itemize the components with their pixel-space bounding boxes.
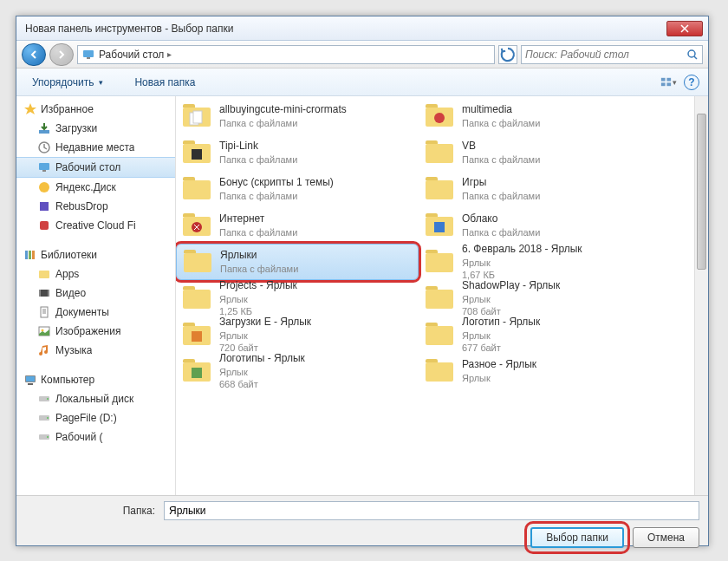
- svg-rect-15: [29, 251, 31, 259]
- svg-rect-3: [661, 78, 666, 82]
- view-options-button[interactable]: ▾: [660, 74, 677, 91]
- sidebar-item[interactable]: RebusDrop: [16, 197, 175, 216]
- sidebar-item[interactable]: Яндекс.Диск: [16, 178, 175, 197]
- file-type: Ярлык: [219, 293, 297, 305]
- file-name: Игры: [462, 176, 540, 190]
- folder-name-input[interactable]: [164, 501, 699, 520]
- sidebar-item-label: Документы: [55, 306, 109, 318]
- file-list: allbuyingcute-mini-crormatsПапка с файла…: [176, 96, 708, 495]
- svg-rect-20: [48, 290, 49, 297]
- organize-button[interactable]: Упорядочить: [25, 73, 110, 92]
- svg-rect-1: [87, 57, 90, 59]
- sidebar-item-icon: [37, 267, 51, 281]
- svg-point-2: [688, 50, 695, 57]
- scrollbar[interactable]: [694, 96, 708, 495]
- cancel-button[interactable]: Отмена: [633, 527, 699, 548]
- sidebar-item[interactable]: Creative Cloud Fi: [16, 216, 175, 235]
- file-item[interactable]: ЯрлыкиПапка с файлами: [176, 244, 419, 280]
- file-item[interactable]: 6. Февраль 2018 - ЯрлыкЯрлык1,67 КБ: [419, 244, 661, 280]
- refresh-button[interactable]: [498, 45, 517, 64]
- sidebar-item[interactable]: Загрузки: [16, 119, 175, 138]
- titlebar: Новая панель инструментов - Выбор папки: [16, 16, 708, 41]
- file-icon: [424, 321, 455, 349]
- file-item[interactable]: ИгрыПапка с файлами: [419, 171, 661, 207]
- file-size: 668 байт: [219, 378, 305, 390]
- svg-point-32: [47, 436, 49, 438]
- scroll-thumb[interactable]: [697, 114, 706, 270]
- close-button[interactable]: [666, 21, 703, 36]
- sidebar-item-label: Creative Cloud Fi: [55, 219, 136, 232]
- svg-rect-48: [426, 253, 453, 272]
- sidebar-item[interactable]: Локальный диск: [16, 389, 175, 408]
- file-type: Папка с файлами: [219, 153, 297, 166]
- sidebar-item-icon: [37, 392, 51, 406]
- svg-rect-50: [426, 290, 453, 309]
- file-item[interactable]: Бонус (скрипты 1 темы)Папка с файлами: [176, 171, 419, 207]
- svg-rect-55: [192, 368, 202, 378]
- sidebar-item[interactable]: Изображения: [16, 322, 175, 341]
- file-icon: [181, 284, 212, 312]
- file-icon: [181, 357, 212, 385]
- sidebar-favorites-group: Избранное ЗагрузкиНедавние местаРабочий …: [16, 100, 175, 235]
- star-icon: [23, 102, 37, 116]
- sidebar-libraries-header[interactable]: Библиотеки: [16, 245, 175, 264]
- sidebar-item-icon: [37, 411, 51, 425]
- sidebar-item-label: PageFile (D:): [55, 412, 117, 424]
- sidebar-item-label: Яндекс.Диск: [55, 181, 116, 193]
- nav-back-button[interactable]: [22, 43, 46, 66]
- file-item[interactable]: Логотип - ЯрлыкЯрлык677 байт: [419, 316, 661, 353]
- file-item[interactable]: Логотипы - ЯрлыкЯрлык668 байт: [176, 353, 419, 389]
- svg-point-30: [47, 417, 49, 419]
- file-item[interactable]: ОблакоПапка с файлами: [419, 207, 661, 244]
- folder-icon: [181, 102, 212, 130]
- file-name: VB: [462, 140, 540, 153]
- file-type: Папка с файлами: [462, 153, 540, 166]
- search-input[interactable]: [525, 49, 686, 61]
- file-type: Папка с файлами: [462, 226, 540, 238]
- file-item[interactable]: ShadowPlay - ЯрлыкЯрлык708 байт: [419, 280, 661, 316]
- sidebar-computer-header[interactable]: Компьютер: [16, 370, 175, 389]
- sidebar-item-label: RebusDrop: [55, 200, 108, 212]
- sidebar-item[interactable]: Рабочий (: [16, 427, 175, 447]
- file-item[interactable]: allbuyingcute-mini-crormatsПапка с файла…: [176, 98, 419, 134]
- new-folder-button[interactable]: Новая папка: [127, 73, 202, 92]
- svg-rect-25: [26, 376, 35, 382]
- svg-rect-41: [183, 180, 211, 199]
- svg-rect-52: [192, 331, 202, 342]
- breadcrumb[interactable]: Рабочий стол ▸: [77, 45, 495, 64]
- searchbox[interactable]: [521, 45, 703, 64]
- sidebar-item[interactable]: Видео: [16, 284, 175, 303]
- sidebar-item-label: Apps: [55, 268, 79, 280]
- sidebar-item[interactable]: Недавние места: [16, 138, 175, 157]
- sidebar-item-icon: [37, 160, 51, 174]
- sidebar-item[interactable]: Документы: [16, 303, 175, 322]
- file-item[interactable]: ИнтернетПапка с файлами: [176, 207, 419, 244]
- view-icon: [660, 75, 673, 88]
- file-icon: [181, 175, 212, 203]
- help-button[interactable]: ?: [684, 75, 699, 90]
- sidebar-item[interactable]: PageFile (D:): [16, 408, 175, 427]
- file-item[interactable]: Projects - ЯрлыкЯрлык1,25 КБ: [176, 280, 419, 316]
- sidebar-item[interactable]: Apps: [16, 264, 175, 284]
- file-icon: [181, 321, 212, 349]
- folder-icon: [424, 175, 455, 203]
- svg-rect-13: [40, 221, 49, 230]
- file-item[interactable]: Разное - ЯрлыкЯрлык: [419, 353, 661, 389]
- sidebar-item[interactable]: Рабочий стол: [16, 157, 175, 178]
- sidebar-favorites-header[interactable]: Избранное: [16, 100, 175, 119]
- svg-rect-47: [184, 253, 211, 272]
- folder-icon: [181, 357, 212, 385]
- folder-icon: [181, 321, 212, 349]
- file-item[interactable]: Загрузки Е - ЯрлыкЯрлык720 байт: [176, 316, 419, 353]
- select-folder-button[interactable]: Выбор папки: [530, 527, 624, 548]
- sidebar-item[interactable]: Музыка: [16, 341, 175, 360]
- svg-rect-16: [32, 251, 35, 259]
- nav-forward-button[interactable]: [49, 43, 74, 66]
- file-item[interactable]: Tipi-LinkПапка с файлами: [176, 134, 419, 171]
- file-item[interactable]: multimediaПапка с файлами: [419, 98, 661, 134]
- sidebar-item-icon: [37, 121, 51, 135]
- svg-rect-46: [434, 222, 445, 232]
- folder-icon: [424, 212, 455, 239]
- file-type: Ярлык: [462, 293, 560, 305]
- file-item[interactable]: VBПапка с файлами: [419, 134, 661, 171]
